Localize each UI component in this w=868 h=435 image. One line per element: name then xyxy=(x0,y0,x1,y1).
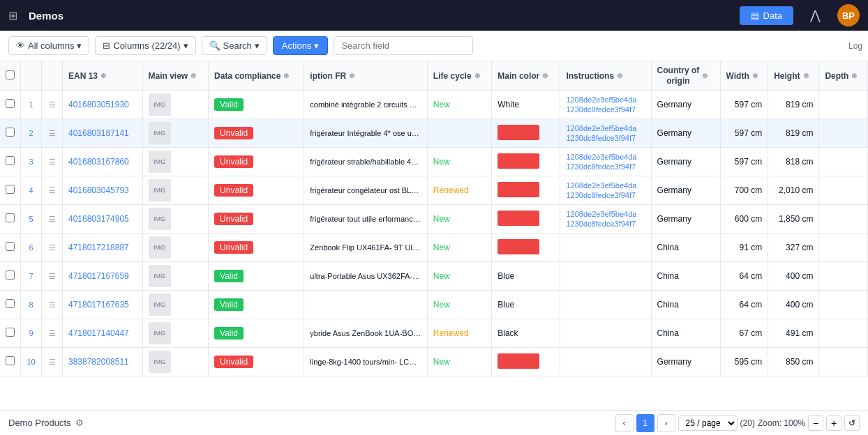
cell-country-of-origin: Germany xyxy=(651,205,720,234)
col-checkbox[interactable] xyxy=(0,61,21,91)
cell-width: 91 cm xyxy=(720,234,768,262)
cell-ean13: 3838782008511 xyxy=(63,348,143,376)
cell-life-cycle: New xyxy=(427,262,491,291)
color-swatch-red xyxy=(497,239,539,254)
search-button[interactable]: 🔍 Search ▾ xyxy=(202,36,267,55)
row-checkbox-cell xyxy=(0,91,21,119)
chevron-down-icon-3: ▾ xyxy=(255,40,260,51)
cell-instructions: 1208de2e3ef5be4da1230dc8fedce3f94f7 xyxy=(560,148,651,176)
sort-icon-3: ⊕ xyxy=(283,72,289,79)
gear-icon[interactable]: ⚙ xyxy=(75,418,84,428)
cell-main-view: IMG xyxy=(142,234,209,262)
zoom-in-button[interactable]: + xyxy=(826,415,841,431)
instruction-link[interactable]: 1230dc8fedce3f94f7 xyxy=(566,105,636,114)
instruction-link[interactable]: 1208de2e3ef5be4da xyxy=(566,96,636,104)
next-page-button[interactable]: › xyxy=(657,414,675,432)
life-cycle-badge: Renewed xyxy=(433,185,469,195)
instruction-link[interactable]: 1230dc8fedce3f94f7 xyxy=(566,162,636,171)
share-button[interactable]: ⋀ xyxy=(805,5,826,26)
col-width[interactable]: Width⊕ xyxy=(720,61,768,91)
instruction-link[interactable]: 1208de2e3ef5be4da xyxy=(566,153,636,161)
row-checkbox[interactable] xyxy=(6,99,15,108)
col-depth[interactable]: Depth⊕ xyxy=(819,61,868,91)
row-number: 1 xyxy=(21,91,42,119)
chevron-down-icon-4: ▾ xyxy=(314,40,319,51)
col-description-fr[interactable]: iption FR⊕ xyxy=(304,61,428,91)
cell-description xyxy=(304,291,428,319)
table-row: 5☰4016803174905IMGUnvalidfrigérateur tou… xyxy=(0,205,868,234)
cell-country-of-origin: China xyxy=(651,262,720,291)
col-flag xyxy=(42,61,63,91)
refresh-button[interactable]: ↺ xyxy=(844,415,860,431)
page-1-button[interactable]: 1 xyxy=(636,414,654,432)
actions-button[interactable]: Actions ▾ xyxy=(273,36,329,55)
sort-icon-2: ⊕ xyxy=(190,72,196,79)
product-thumbnail: IMG xyxy=(149,322,171,344)
col-country-of-origin[interactable]: Country oforigin ⊕ xyxy=(651,61,720,91)
log-label: Log xyxy=(848,41,862,51)
row-flag: ☰ xyxy=(42,148,63,176)
cell-description: combiné intégrable 2 circuits ost/BioFre… xyxy=(304,91,428,119)
sort-icon-7: ⊕ xyxy=(617,72,622,79)
sort-icon-4: ⊕ xyxy=(349,72,354,79)
cell-main-view: IMG xyxy=(142,91,209,119)
cell-ean13: 4718017167635 xyxy=(63,291,143,319)
row-checkbox[interactable] xyxy=(6,185,15,194)
zoom-out-button[interactable]: − xyxy=(808,415,823,431)
col-ean13[interactable]: EAN 13⊕ xyxy=(63,61,143,91)
row-number: 6 xyxy=(21,234,42,262)
instruction-link[interactable]: 1230dc8fedce3f94f7 xyxy=(566,134,636,142)
cell-depth xyxy=(819,91,868,119)
cell-data-compliance: Unvalid xyxy=(209,176,304,205)
row-checkbox-cell xyxy=(0,262,21,291)
color-swatch-red xyxy=(497,353,539,369)
cell-data-compliance: Unvalid xyxy=(209,148,304,176)
cell-width: 597 cm xyxy=(720,91,768,119)
row-checkbox[interactable] xyxy=(6,328,15,337)
instruction-link[interactable]: 1208de2e3ef5be4da xyxy=(566,210,636,218)
col-instructions[interactable]: Instructions⊕ xyxy=(560,61,651,91)
instruction-link[interactable]: 1208de2e3ef5be4da xyxy=(566,124,636,132)
row-checkbox-cell xyxy=(0,205,21,234)
color-swatch-red xyxy=(497,125,539,140)
cell-description: ybride Asus ZenBook 1UA-BO049T 15.6" Tac… xyxy=(304,319,428,348)
row-checkbox[interactable] xyxy=(6,242,15,251)
row-number: 9 xyxy=(21,319,42,348)
table-row: 6☰4718017218887IMGUnvalidZenbook Flip UX… xyxy=(0,234,868,262)
table-row: 9☰4718017140447IMGValidybride Asus ZenBo… xyxy=(0,319,868,348)
prev-page-button[interactable]: ‹ xyxy=(615,414,634,432)
avatar[interactable]: BP xyxy=(837,4,860,26)
per-page-select[interactable]: 25 / page xyxy=(678,415,738,431)
data-table: EAN 13⊕ Main view⊕ Data compliance⊕ ipti… xyxy=(0,61,868,376)
cell-main-color: Blue xyxy=(492,262,560,291)
cell-width: 67 cm xyxy=(720,319,768,348)
columns-button[interactable]: ⊟ Columns (22/24) ▾ xyxy=(95,36,195,55)
row-checkbox[interactable] xyxy=(6,128,15,137)
instruction-link[interactable]: 1230dc8fedce3f94f7 xyxy=(566,191,636,199)
cell-life-cycle: Renewed xyxy=(427,319,491,348)
col-main-color[interactable]: Main color⊕ xyxy=(492,61,560,91)
row-checkbox[interactable] xyxy=(6,156,15,165)
row-checkbox[interactable] xyxy=(6,213,15,222)
data-button[interactable]: ▤ Data xyxy=(740,6,793,25)
cell-main-color xyxy=(492,205,560,234)
row-checkbox-cell xyxy=(0,234,21,262)
instruction-link[interactable]: 1230dc8fedce3f94f7 xyxy=(566,220,636,228)
col-data-compliance[interactable]: Data compliance⊕ xyxy=(209,61,304,91)
row-checkbox[interactable] xyxy=(6,356,15,365)
instruction-link[interactable]: 1208de2e3ef5be4da xyxy=(566,181,636,190)
cell-width: 700 cm xyxy=(720,176,768,205)
col-height[interactable]: Height⊕ xyxy=(768,61,819,91)
table-header-row: EAN 13⊕ Main view⊕ Data compliance⊕ ipti… xyxy=(0,61,868,91)
row-checkbox[interactable] xyxy=(6,270,15,280)
select-all-checkbox[interactable] xyxy=(6,70,15,79)
all-columns-button[interactable]: 👁 All columns ▾ xyxy=(8,36,89,55)
row-flag: ☰ xyxy=(42,319,63,348)
product-thumbnail: IMG xyxy=(149,208,171,230)
search-input[interactable] xyxy=(334,36,473,55)
col-main-view[interactable]: Main view⊕ xyxy=(142,61,209,91)
col-life-cycle[interactable]: Life cycle⊕ xyxy=(427,61,491,91)
row-flag: ☰ xyxy=(42,291,63,319)
row-checkbox[interactable] xyxy=(6,299,15,308)
compliance-badge: Valid xyxy=(214,298,244,311)
